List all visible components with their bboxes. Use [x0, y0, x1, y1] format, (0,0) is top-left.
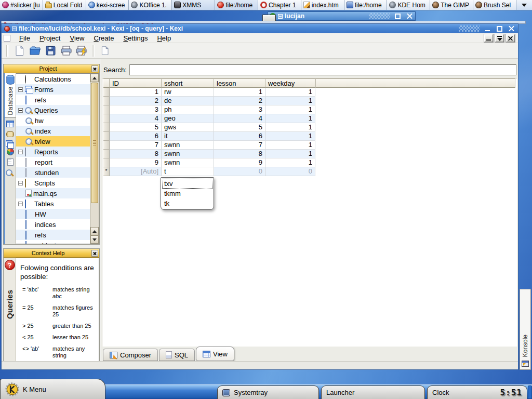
menu-create[interactable]: Create — [89, 34, 118, 43]
close-panel-button[interactable] — [91, 65, 98, 72]
tab-tables[interactable] — [6, 121, 14, 127]
tree-item-hw-table[interactable]: HW — [16, 209, 90, 219]
panel-hide-button[interactable] — [528, 385, 532, 399]
toolbar-grip[interactable] — [92, 45, 95, 57]
taskbar-item-koffice[interactable]: KOffice 1. — [129, 0, 172, 10]
mdi-close-button[interactable] — [506, 34, 515, 42]
taskbar-item-file-home-1[interactable]: file:/home — [215, 0, 258, 10]
taskbar-overflow-button[interactable] — [516, 0, 532, 10]
dropdown-item[interactable]: txv — [162, 179, 212, 189]
taskbar-item-file-home-2[interactable]: file:/home — [344, 0, 388, 10]
table-row[interactable]: 9swnn91 — [103, 158, 515, 167]
table-row[interactable]: 8swnn81 — [103, 150, 515, 158]
taskbar-item-gimp[interactable]: The GIMP — [430, 0, 473, 10]
table-row[interactable]: 1rw11 — [103, 88, 515, 97]
tree-item-report[interactable]: report — [16, 157, 90, 167]
new-row-marker[interactable]: * — [103, 167, 110, 176]
window-titlebar[interactable]: file:/home/luci/db/school.kexi - Kexi - … — [2, 24, 518, 33]
tree-item-tables[interactable]: Tables — [16, 198, 90, 209]
context-help-titlebar[interactable]: Context Help — [4, 249, 99, 258]
mini-window-titlebar[interactable]: lucijan — [268, 11, 416, 21]
taskbar-item-slicker[interactable]: #slicker [lu — [0, 0, 43, 10]
close-button[interactable] — [508, 25, 515, 32]
taskbar-item-index-htm[interactable]: index.htm — [301, 0, 344, 10]
row-header[interactable] — [103, 105, 110, 114]
clock-panel[interactable]: Clock 5:51 — [427, 385, 527, 399]
taskbar-item-local-folder[interactable]: Local Fold — [43, 0, 86, 10]
tree-item-reports[interactable]: Reports — [16, 147, 90, 157]
tree-item-refs-table[interactable]: refs — [16, 230, 90, 240]
row-header[interactable] — [103, 88, 110, 97]
tab-reports[interactable] — [7, 158, 14, 166]
collapse-expander[interactable] — [18, 181, 23, 185]
tab-forms[interactable] — [6, 140, 15, 148]
menu-view[interactable]: View — [65, 34, 89, 43]
menu-project[interactable]: Project — [35, 34, 65, 43]
close-button[interactable] — [406, 13, 414, 20]
tree-item-stunden[interactable]: stunden — [16, 167, 90, 178]
tab-calculations[interactable] — [7, 148, 14, 155]
systemtray-panel[interactable]: Systemtray — [217, 385, 319, 399]
toolbar-grip[interactable] — [6, 45, 9, 57]
menu-file[interactable]: File — [15, 34, 35, 43]
taskbar-item-kexi-screen[interactable]: kexi-scree — [86, 0, 129, 10]
tree-item-refs-form[interactable]: refs — [16, 95, 90, 105]
tab-sql[interactable]: SQL — [159, 349, 195, 361]
new-file-button[interactable] — [12, 44, 26, 58]
new-object-button[interactable] — [98, 44, 112, 58]
table-row[interactable]: 6it61 — [103, 132, 515, 141]
column-header-sshort[interactable]: sshort — [162, 78, 214, 88]
restore-button[interactable] — [394, 13, 402, 20]
close-panel-button[interactable] — [91, 250, 98, 257]
tree-item-subjects-table[interactable]: subjects — [16, 240, 90, 244]
new-record-row[interactable]: * [Auto] t 0 0 — [103, 167, 515, 176]
print-preview-button[interactable] — [75, 44, 88, 58]
tab-view[interactable]: View — [196, 347, 234, 361]
table-row[interactable]: 3ph31 — [103, 105, 515, 114]
row-header[interactable] — [103, 97, 110, 105]
tree-item-index-query[interactable]: index — [16, 126, 90, 136]
save-button[interactable] — [44, 44, 57, 58]
dropdown-item[interactable]: tk — [162, 198, 212, 208]
table-row[interactable]: 4geo41 — [103, 114, 515, 123]
scroll-up-button-2[interactable] — [90, 227, 99, 235]
active-edit-cell[interactable]: t — [162, 167, 214, 176]
taskbar-item-xmms[interactable]: XMMS — [172, 0, 215, 10]
print-button[interactable] — [59, 44, 73, 58]
column-header-weekday[interactable]: weekday — [265, 78, 315, 88]
menu-settings[interactable]: Settings — [118, 34, 152, 43]
column-header-lesson[interactable]: lesson — [214, 78, 265, 88]
table-row[interactable]: 5gws51 — [103, 123, 515, 132]
collapse-expander[interactable] — [18, 108, 23, 113]
menu-help[interactable]: Help — [152, 34, 176, 43]
project-panel-titlebar[interactable]: Project — [4, 64, 99, 73]
mdi-restore-button[interactable] — [495, 34, 504, 42]
row-header[interactable] — [103, 158, 110, 167]
pin-icon[interactable] — [12, 26, 17, 31]
collapse-expander[interactable] — [18, 87, 23, 92]
row-header[interactable] — [103, 123, 110, 132]
mdi-minimize-button[interactable] — [484, 34, 493, 42]
scroll-down-button[interactable] — [90, 235, 99, 244]
collapse-expander[interactable] — [18, 150, 23, 154]
open-file-button[interactable] — [28, 44, 42, 58]
table-row[interactable]: 2de21 — [103, 97, 515, 105]
tab-database[interactable]: Database — [5, 73, 16, 117]
taskbar-item-chapter-1[interactable]: Chapter 1 — [258, 0, 301, 10]
tab-search[interactable] — [6, 169, 15, 177]
maximize-button[interactable] — [496, 25, 503, 32]
tree-item-indices-table[interactable]: indices — [16, 219, 90, 230]
tree-item-main-qs[interactable]: main.qs — [16, 188, 90, 198]
dropdown-item[interactable]: tkmm — [162, 189, 212, 198]
pin-icon[interactable] — [278, 14, 283, 19]
row-header[interactable] — [103, 114, 110, 123]
taskbar-item-kde-home[interactable]: KDE Hom — [387, 0, 430, 10]
column-header-id[interactable]: ID — [110, 78, 162, 88]
tree-item-queries[interactable]: Queries — [16, 105, 90, 115]
k-menu-button[interactable]: K Menu — [0, 379, 105, 399]
tab-composer[interactable]: Composer — [103, 349, 158, 361]
mdi-child-icon[interactable] — [4, 35, 10, 42]
tree-item-calculations[interactable]: Calculations — [16, 74, 90, 84]
collapse-expander[interactable] — [18, 202, 23, 206]
taskbar-item-brush-select[interactable]: Brush Sel — [473, 0, 516, 10]
